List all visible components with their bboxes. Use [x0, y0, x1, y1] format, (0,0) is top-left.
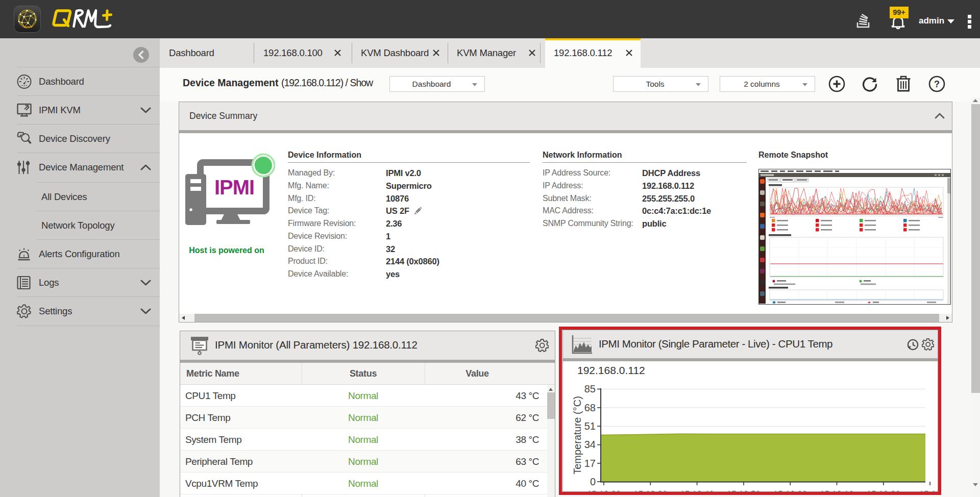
svg-text:IPMI: IPMI — [214, 176, 254, 198]
svg-text:0: 0 — [590, 476, 596, 487]
svg-text:!: ! — [23, 254, 25, 259]
svg-text:15:18:30: 15:18:30 — [633, 489, 667, 492]
svg-text:85: 85 — [584, 383, 596, 394]
svg-text:15:18:50: 15:18:50 — [727, 489, 761, 492]
svg-text:15:19:10: 15:19:10 — [820, 489, 853, 492]
svg-text:?: ? — [934, 79, 940, 89]
svg-text:34: 34 — [584, 439, 596, 450]
svg-text:15:19: 15:19 — [919, 489, 938, 492]
svg-text:68: 68 — [584, 402, 596, 413]
svg-text:15:18:40: 15:18:40 — [680, 489, 714, 492]
svg-text:Temperature (°C): Temperature (°C) — [572, 396, 583, 475]
svg-text:15:19:00: 15:19:00 — [773, 489, 807, 492]
svg-text:15:18:20: 15:18:20 — [587, 489, 621, 492]
svg-text:15:19:20: 15:19:20 — [867, 489, 900, 492]
svg-text:17: 17 — [584, 458, 596, 469]
svg-text:51: 51 — [584, 420, 596, 432]
